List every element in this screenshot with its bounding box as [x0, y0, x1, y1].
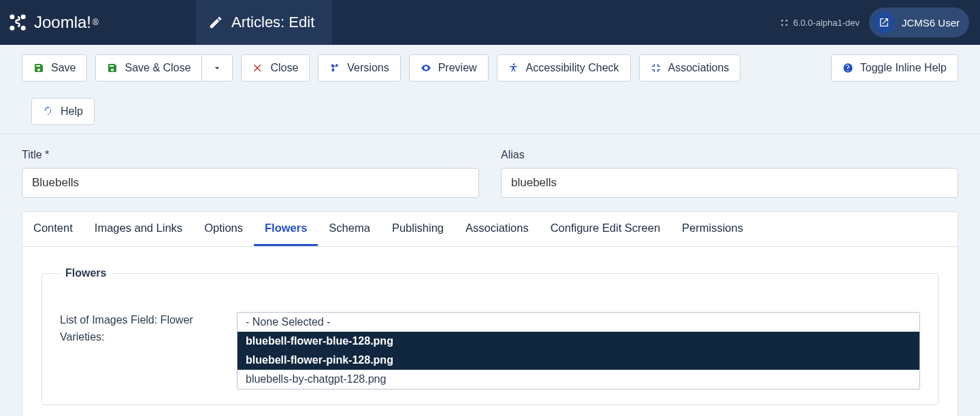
flowers-group: Flowers List of Images Field: Flower Var… — [42, 267, 938, 405]
joomla-mini-icon — [780, 18, 789, 27]
save-icon — [33, 63, 44, 73]
flowers-legend: Flowers — [60, 267, 112, 279]
brand-text: Joomla! — [34, 13, 91, 32]
flowers-field-label: List of Images Field: Flower Varieties: — [60, 312, 216, 389]
version-badge[interactable]: 6.0.0-alpha1-dev — [780, 18, 860, 28]
save-close-group: Save & Close — [95, 54, 233, 82]
toggle-inline-help-button[interactable]: Toggle Inline Help — [831, 54, 958, 82]
tab-content[interactable]: Content — [22, 212, 84, 246]
title-label: Title * — [22, 149, 479, 161]
listbox-option[interactable]: bluebell-flower-blue-128.png — [238, 332, 919, 351]
accessibility-icon — [508, 63, 519, 73]
tab-configure-edit-screen[interactable]: Configure Edit Screen — [540, 212, 671, 246]
alias-input[interactable] — [501, 168, 958, 198]
title-field: Title * — [22, 149, 479, 198]
svg-point-0 — [10, 14, 14, 19]
listbox-option[interactable]: bluebells-by-chatgpt-128.png — [238, 370, 919, 389]
listbox-option[interactable]: bluebell-flower-pink-128.png — [238, 351, 919, 370]
top-bar: Joomla!® Articles: Edit 6.0.0-alpha1-dev… — [0, 0, 980, 45]
user-menu[interactable]: JCMS6 User — [869, 7, 969, 37]
save-close-dropdown[interactable] — [202, 54, 233, 82]
tab-body-flowers: Flowers List of Images Field: Flower Var… — [22, 247, 958, 416]
tabs: ContentImages and LinksOptionsFlowersSch… — [22, 212, 958, 247]
help-button[interactable]: Help — [31, 98, 95, 125]
toolbar: Save Save & Close Close Versions Preview… — [0, 45, 980, 134]
svg-point-3 — [21, 26, 26, 31]
alias-label: Alias — [501, 149, 958, 161]
svg-point-1 — [21, 14, 26, 19]
pencil-icon — [208, 15, 223, 30]
tab-flowers[interactable]: Flowers — [254, 212, 318, 246]
external-link-icon — [873, 12, 895, 33]
contract-icon — [651, 63, 662, 73]
svg-point-7 — [786, 24, 788, 26]
alias-field: Alias — [501, 149, 958, 198]
accessibility-button[interactable]: Accessibility Check — [497, 54, 631, 82]
svg-point-5 — [786, 19, 788, 21]
eye-icon — [421, 63, 431, 73]
version-text: 6.0.0-alpha1-dev — [793, 18, 860, 28]
title-alias-row: Title * Alias — [0, 134, 980, 211]
preview-button[interactable]: Preview — [409, 54, 489, 82]
versions-button[interactable]: Versions — [318, 54, 400, 82]
svg-point-6 — [781, 24, 783, 26]
tab-publishing[interactable]: Publishing — [381, 212, 455, 246]
save-button[interactable]: Save — [22, 54, 87, 82]
help-circle-icon — [843, 63, 853, 73]
close-icon — [252, 63, 263, 73]
top-right: 6.0.0-alpha1-dev JCMS6 User — [780, 0, 980, 45]
chevron-down-icon — [212, 63, 223, 73]
page-title-bar: Articles: Edit — [196, 0, 332, 45]
tab-permissions[interactable]: Permissions — [671, 212, 754, 246]
page-title: Articles: Edit — [231, 14, 314, 31]
tab-schema[interactable]: Schema — [318, 212, 381, 246]
user-name: JCMS6 User — [902, 17, 960, 29]
question-icon — [43, 106, 54, 117]
save-close-button[interactable]: Save & Close — [95, 54, 202, 82]
listbox-option[interactable]: - None Selected - — [238, 313, 919, 332]
joomla-logo-icon — [8, 13, 27, 32]
svg-point-4 — [781, 19, 783, 21]
tab-associations[interactable]: Associations — [455, 212, 540, 246]
svg-point-2 — [10, 26, 14, 31]
edit-panel: ContentImages and LinksOptionsFlowersSch… — [22, 211, 958, 416]
tab-images-and-links[interactable]: Images and Links — [84, 212, 193, 246]
flower-varieties-listbox[interactable]: - None Selected -bluebell-flower-blue-12… — [237, 312, 920, 389]
associations-button[interactable]: Associations — [639, 54, 741, 82]
branch-icon — [329, 63, 340, 73]
close-button[interactable]: Close — [241, 54, 310, 82]
title-input[interactable] — [22, 168, 479, 198]
tab-options[interactable]: Options — [193, 212, 254, 246]
brand: Joomla!® — [0, 0, 196, 45]
save-icon — [107, 63, 118, 73]
